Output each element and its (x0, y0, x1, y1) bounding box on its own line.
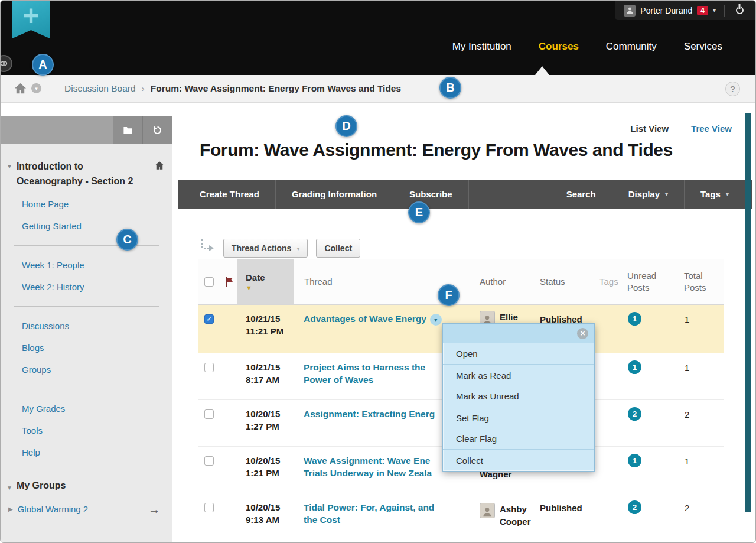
add-content-sticker[interactable]: + (12, 1, 50, 38)
link-icon[interactable] (0, 55, 12, 72)
chevron-down-icon: ▾ (713, 7, 716, 14)
select-all-checkbox[interactable]: ✓ (204, 277, 214, 287)
user-menu[interactable]: Porter Durand 4 ▾ (615, 1, 755, 20)
subscribe-button[interactable]: Subscribe (393, 180, 469, 209)
row-checkbox[interactable]: ✓ (204, 314, 214, 324)
display-label: Display (628, 189, 660, 199)
sidebar-item-getting-started[interactable]: Getting Started (1, 215, 172, 237)
folder-view-button[interactable] (113, 116, 142, 144)
row-checkbox[interactable]: ✓ (204, 503, 214, 512)
thread-date: 10/21/158:17 AM (237, 353, 302, 399)
tab-courses[interactable]: Courses (539, 41, 579, 53)
menu-item-clear-flag[interactable]: Clear Flag (443, 428, 594, 450)
flag-column-header[interactable] (220, 259, 237, 304)
breadcrumb-bar: ▾ Discussion Board › Forum: Wave Assignm… (1, 75, 755, 103)
thread-link[interactable]: Assignment: Extracting Energ (304, 409, 435, 419)
top-header: + Porter Durand 4 ▾ My Institution Cours… (1, 1, 755, 75)
unread-count-badge[interactable]: 1 (628, 454, 641, 467)
sidebar-item-global-warming-2[interactable]: Global Warming 2 (18, 504, 89, 514)
unread-count-badge[interactable]: 2 (628, 500, 641, 514)
grading-information-button[interactable]: Grading Information (276, 180, 393, 209)
thread-date: 10/21/1511:21 PM (237, 305, 302, 353)
thread-link[interactable]: Advantages of Wave Energy (304, 314, 426, 324)
thread-actions-label: Thread Actions (232, 243, 291, 253)
refresh-button[interactable] (142, 116, 172, 144)
context-menu-header: × (443, 324, 594, 343)
unread-posts-column-header[interactable]: Unread Posts (620, 259, 677, 304)
open-group-arrow-icon[interactable]: → (148, 505, 160, 514)
thread-status: Published (534, 493, 593, 543)
sidebar-item-tools[interactable]: Tools (1, 420, 172, 441)
thread-link[interactable]: Project Aims to Harness the Power of Wav… (304, 362, 425, 385)
sidebar-item-groups[interactable]: Groups (1, 359, 172, 381)
tab-community[interactable]: Community (606, 41, 657, 53)
menu-item-mark-as-read[interactable]: Mark as Read (443, 365, 594, 386)
sidebar-item-blogs[interactable]: Blogs (1, 337, 172, 359)
thread-menu-chevron-icon[interactable]: ▾ (430, 314, 442, 326)
close-icon[interactable]: × (577, 328, 588, 339)
tab-my-institution[interactable]: My Institution (452, 41, 511, 53)
thread-date: 10/20/151:27 PM (237, 400, 302, 446)
chevron-down-icon: ▾ (296, 245, 299, 252)
sidebar-toolbar (1, 116, 172, 144)
menu-item-set-flag[interactable]: Set Flag (443, 407, 594, 428)
sidebar-item-home-page[interactable]: Home Page (1, 193, 172, 215)
sidebar-item-discussions[interactable]: Discussions (1, 315, 172, 337)
collect-button[interactable]: Collect (316, 239, 360, 258)
avatar (480, 503, 495, 518)
active-tab-notch (535, 66, 549, 75)
course-home-icon[interactable] (154, 160, 165, 188)
thread-link[interactable]: Tidal Power: For, Against, and the Cost (304, 502, 434, 525)
create-thread-button[interactable]: Create Thread (178, 180, 276, 209)
unread-count-badge[interactable]: 2 (628, 407, 641, 421)
status-column-header[interactable]: Status (534, 259, 593, 304)
total-posts-column-header[interactable]: Total Posts (677, 259, 724, 304)
author-column-header[interactable]: Author (474, 259, 534, 304)
thread-link[interactable]: Wave Assignment: Wave Ene Trials Underwa… (304, 456, 432, 478)
breadcrumb-home-button[interactable]: ▾ (14, 82, 41, 95)
annotation-a: A (32, 54, 54, 76)
menu-item-mark-as-unread[interactable]: Mark as Unread (443, 386, 594, 407)
tags-menu-button[interactable]: Tags ▾ (684, 180, 745, 209)
breadcrumb-separator: › (142, 83, 145, 94)
breadcrumb-current: Forum: Wave Assignment: Energy From Wave… (151, 83, 401, 94)
table-row[interactable]: ✓ 10/20/159:13 AM Tidal Power: For, Agai… (198, 493, 724, 543)
menu-item-collect[interactable]: Collect (443, 450, 594, 471)
total-posts: 2 (677, 493, 724, 543)
chevron-down-icon[interactable]: ▾ (31, 83, 41, 93)
unread-count-badge[interactable]: 1 (628, 312, 641, 326)
sidebar-item-week1-people[interactable]: Week 1: People (1, 254, 172, 276)
help-button[interactable]: ? (725, 82, 740, 96)
chevron-down-icon: ▾ (726, 191, 729, 197)
sidebar-item-help[interactable]: Help (1, 441, 172, 463)
expand-caret-icon[interactable]: ▶ (8, 506, 13, 512)
divider (14, 389, 159, 389)
sidebar-item-week2-history[interactable]: Week 2: History (1, 276, 172, 298)
breadcrumb-discussion-board[interactable]: Discussion Board (64, 83, 136, 94)
divider (14, 245, 159, 246)
sidebar-item-my-grades[interactable]: My Grades (1, 398, 172, 420)
course-menu-sidebar: ▼ Introduction to Oceanography - Section… (1, 116, 172, 542)
logout-power-icon[interactable] (733, 4, 746, 17)
collapse-caret-icon[interactable]: ▼ (6, 485, 12, 491)
thread-actions-button[interactable]: Thread Actions ▾ (223, 239, 308, 258)
search-button[interactable]: Search (550, 180, 612, 209)
flag-icon (224, 277, 233, 287)
date-column-header[interactable]: Date ▼ (237, 259, 294, 304)
unread-count-badge[interactable]: 1 (628, 360, 641, 374)
row-checkbox[interactable]: ✓ (204, 409, 214, 419)
row-checkbox[interactable]: ✓ (204, 456, 214, 466)
total-posts: 1 (677, 447, 724, 493)
annotation-f: F (438, 284, 460, 306)
display-menu-button[interactable]: Display ▾ (612, 180, 684, 209)
collapse-caret-icon[interactable]: ▼ (6, 163, 12, 188)
tab-services[interactable]: Services (684, 41, 722, 53)
tags-column-header: Tags (593, 259, 620, 304)
notification-badge[interactable]: 4 (697, 6, 708, 15)
menu-item-open[interactable]: Open (443, 343, 594, 365)
user-avatar-icon (624, 5, 636, 17)
row-checkbox[interactable]: ✓ (204, 363, 214, 372)
tree-view-tab[interactable]: Tree View (691, 123, 732, 134)
list-view-tab[interactable]: List View (620, 119, 679, 138)
thread-context-menu: × Open Mark as Read Mark as Unread Set F… (442, 323, 595, 472)
